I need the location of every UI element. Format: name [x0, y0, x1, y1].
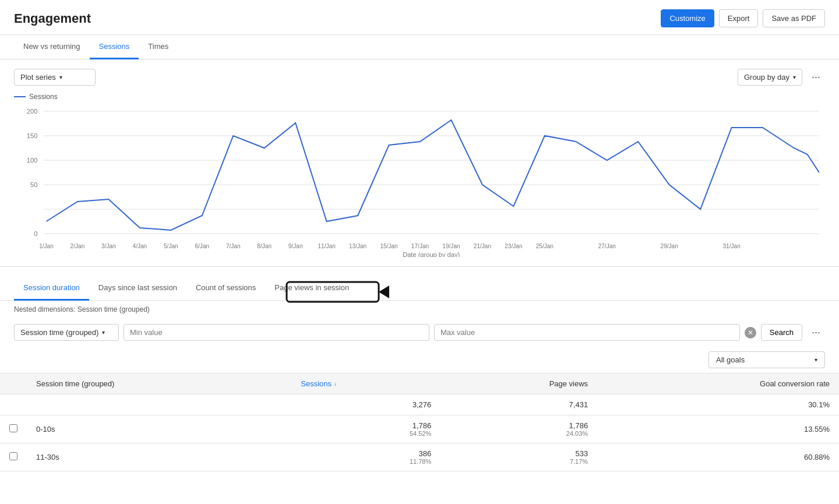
- svg-text:19/Jan: 19/Jan: [442, 243, 460, 249]
- sessions-sort-link[interactable]: Sessions ↓: [301, 379, 431, 388]
- row-checkbox-0: [0, 415, 27, 443]
- export-button[interactable]: Export: [719, 9, 759, 27]
- tab-times[interactable]: Times: [139, 35, 178, 59]
- total-sessions-cell: 3,276: [291, 394, 440, 415]
- table-row: 0-10s 1,786 54.52% 1,786 24.03% 13.55%: [0, 415, 839, 443]
- filter-select-label: Session time (grouped): [20, 328, 98, 337]
- table-header-page-views: Page views: [440, 373, 597, 394]
- chart-more-options-button[interactable]: ···: [807, 69, 825, 86]
- svg-text:29/Jan: 29/Jan: [661, 243, 678, 249]
- svg-text:200: 200: [27, 108, 37, 115]
- svg-text:4/Jan: 4/Jan: [133, 243, 147, 249]
- nested-dim-value: Session time (grouped): [77, 305, 150, 313]
- plot-series-label: Plot series: [20, 73, 56, 82]
- clear-filter-button[interactable]: ✕: [745, 327, 756, 339]
- chart-controls: Plot series ▾ Group by day ▾ ···: [14, 69, 825, 86]
- data-table: Session time (grouped) Sessions ↓ Page v…: [0, 373, 839, 471]
- chart-legend: Sessions: [14, 93, 825, 101]
- svg-text:Date (group by day): Date (group by day): [403, 251, 460, 257]
- sort-arrow-icon: ↓: [334, 380, 337, 387]
- row-checkbox-input-0[interactable]: [9, 424, 17, 432]
- table-header-sessions: Sessions ↓: [291, 373, 440, 394]
- group-by-chevron-icon: ▾: [793, 74, 796, 80]
- svg-text:9/Jan: 9/Jan: [288, 243, 303, 249]
- svg-text:5/Jan: 5/Jan: [164, 243, 178, 249]
- max-value-input[interactable]: [434, 324, 740, 341]
- row-goal-0: 13.55%: [597, 415, 839, 443]
- row-checkbox-input-1[interactable]: [9, 452, 17, 460]
- tab-sessions[interactable]: Sessions: [90, 35, 139, 59]
- svg-text:11/Jan: 11/Jan: [318, 243, 335, 249]
- svg-text:31/Jan: 31/Jan: [722, 243, 740, 249]
- filter-select[interactable]: Session time (grouped) ▾: [14, 324, 119, 341]
- plot-series-select[interactable]: Plot series ▾: [14, 69, 96, 86]
- svg-text:0: 0: [34, 230, 37, 237]
- search-button[interactable]: Search: [761, 324, 802, 341]
- filter-select-chevron-icon: ▾: [102, 329, 105, 336]
- svg-text:25/Jan: 25/Jan: [536, 243, 554, 249]
- tab-session-duration[interactable]: Session duration: [14, 276, 89, 301]
- bottom-tabs: Session duration Days since last session…: [0, 276, 839, 301]
- group-by-select[interactable]: Group by day ▾: [738, 69, 802, 86]
- top-tabs: New vs returning Sessions Times: [0, 35, 839, 59]
- table-row: 11-30s 386 11.78% 533 7.17% 60.88%: [0, 443, 839, 471]
- table-total-row: 3,276 7,431 30.1%: [0, 394, 839, 415]
- customize-button[interactable]: Customize: [661, 9, 714, 27]
- nested-dim-label: Nested dimensions:: [14, 305, 75, 313]
- chart-svg: 200 150 100 50 0 1/Jan 2/Jan 3/Jan 4/Jan…: [14, 105, 825, 257]
- svg-text:17/Jan: 17/Jan: [411, 243, 429, 249]
- row-goal-1: 60.88%: [597, 443, 839, 471]
- page-title: Engagement: [14, 11, 91, 26]
- total-label-cell: [27, 394, 291, 415]
- svg-text:2/Jan: 2/Jan: [70, 243, 85, 249]
- row-checkbox-1: [0, 443, 27, 471]
- row-page-views-1: 533 7.17%: [440, 443, 597, 471]
- table-header-goal-conversion: Goal conversion rate: [597, 373, 839, 394]
- filter-row: Session time (grouped) ▾ ✕ Search ···: [0, 318, 839, 347]
- min-value-input[interactable]: [124, 324, 429, 341]
- row-page-views-0: 1,786 24.03%: [440, 415, 597, 443]
- table-header-checkbox: [0, 373, 27, 394]
- tab-count-of-sessions[interactable]: Count of sessions: [186, 276, 265, 301]
- total-goal-conversion-cell: 30.1%: [597, 394, 839, 415]
- tab-new-vs-returning[interactable]: New vs returning: [14, 35, 90, 59]
- total-checkbox-cell: [0, 394, 27, 415]
- right-chart-controls: Group by day ▾ ···: [738, 69, 825, 86]
- nested-dimensions: Nested dimensions: Session time (grouped…: [0, 301, 839, 318]
- svg-text:1/Jan: 1/Jan: [39, 243, 54, 249]
- svg-text:8/Jan: 8/Jan: [257, 243, 272, 249]
- svg-text:21/Jan: 21/Jan: [474, 243, 491, 249]
- chart-area: 200 150 100 50 0 1/Jan 2/Jan 3/Jan 4/Jan…: [14, 105, 825, 257]
- chart-section: Plot series ▾ Group by day ▾ ··· Session…: [0, 59, 839, 267]
- svg-text:23/Jan: 23/Jan: [505, 243, 522, 249]
- goals-chevron-icon: ▾: [815, 357, 817, 363]
- svg-text:13/Jan: 13/Jan: [349, 243, 366, 249]
- total-page-views-cell: 7,431: [440, 394, 597, 415]
- group-by-label: Group by day: [744, 73, 789, 82]
- svg-text:15/Jan: 15/Jan: [380, 243, 397, 249]
- svg-text:7/Jan: 7/Jan: [226, 243, 241, 249]
- header-buttons: Customize Export Save as PDF: [661, 9, 825, 27]
- table-header-session-time: Session time (grouped): [27, 373, 291, 394]
- page-header: Engagement Customize Export Save as PDF: [0, 0, 839, 35]
- bottom-tabs-container: Session duration Days since last session…: [0, 276, 839, 301]
- svg-text:100: 100: [27, 157, 37, 164]
- row-label-0: 0-10s: [27, 415, 291, 443]
- svg-text:6/Jan: 6/Jan: [195, 243, 209, 249]
- legend-label: Sessions: [29, 93, 58, 101]
- tab-page-views-in-session[interactable]: Page views in session: [265, 276, 358, 301]
- filter-more-options-button[interactable]: ···: [807, 324, 825, 341]
- row-label-1: 11-30s: [27, 443, 291, 471]
- svg-text:150: 150: [27, 132, 37, 139]
- row-sessions-0: 1,786 54.52%: [291, 415, 440, 443]
- svg-text:27/Jan: 27/Jan: [598, 243, 616, 249]
- svg-text:3/Jan: 3/Jan: [101, 243, 116, 249]
- row-sessions-1: 386 11.78%: [291, 443, 440, 471]
- save-as-pdf-button[interactable]: Save as PDF: [763, 9, 825, 27]
- tab-days-since-last-session[interactable]: Days since last session: [89, 276, 186, 301]
- goals-row: All goals ▾: [0, 347, 839, 373]
- plot-series-chevron-icon: ▾: [59, 74, 62, 80]
- table-header-row: Session time (grouped) Sessions ↓ Page v…: [0, 373, 839, 394]
- goals-select[interactable]: All goals ▾: [708, 351, 825, 368]
- legend-line-icon: [14, 96, 26, 97]
